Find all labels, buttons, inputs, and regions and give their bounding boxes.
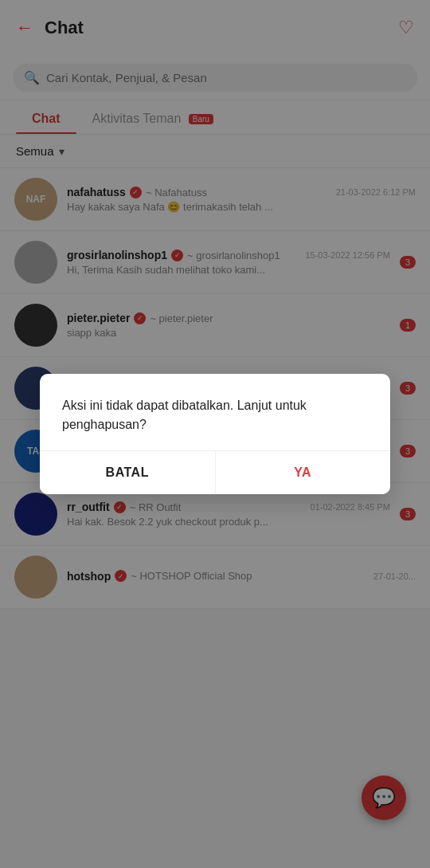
dialog-message: Aksi ini tidak dapat dibatalkan. Lanjut … xyxy=(40,374,390,450)
confirm-button[interactable]: YA xyxy=(216,451,391,494)
dialog-actions: BATAL YA xyxy=(40,450,390,494)
confirmation-dialog: Aksi ini tidak dapat dibatalkan. Lanjut … xyxy=(40,374,390,494)
dialog-overlay: Aksi ini tidak dapat dibatalkan. Lanjut … xyxy=(0,0,430,868)
cancel-button[interactable]: BATAL xyxy=(40,451,216,494)
